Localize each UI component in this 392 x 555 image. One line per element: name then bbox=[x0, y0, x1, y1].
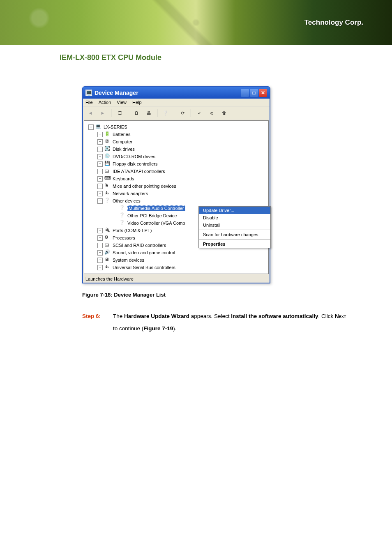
ctx-properties[interactable]: Properties bbox=[199, 240, 270, 248]
expand-icon[interactable]: + bbox=[97, 235, 103, 241]
tree-item[interactable]: +⌨Keyboards bbox=[97, 175, 267, 182]
view-icon[interactable]: 🖵 bbox=[115, 108, 125, 118]
expand-icon[interactable]: + bbox=[97, 161, 103, 167]
tree-root-label: LX-SERIES bbox=[104, 124, 127, 129]
tree-item-label: IDE ATA/ATAPI controllers bbox=[113, 169, 165, 174]
tree-item-label: Video Controller (VGA Comp bbox=[127, 221, 185, 226]
usb-icon: 🖧 bbox=[104, 264, 111, 271]
tree-item-label: Floppy disk controllers bbox=[113, 161, 157, 166]
expand-icon[interactable]: + bbox=[97, 184, 103, 189]
separator bbox=[191, 109, 191, 117]
tree-item[interactable]: +🖧Universal Serial Bus controllers bbox=[97, 264, 267, 271]
expand-icon[interactable]: + bbox=[97, 228, 103, 233]
expand-icon[interactable]: + bbox=[97, 265, 103, 270]
disable-icon[interactable]: ⦸ bbox=[207, 108, 217, 118]
tree-item-other-devices[interactable]: −❔Other devices bbox=[97, 197, 267, 205]
step-instruction: Step 6: The Hardware Update Wizard appea… bbox=[82, 310, 349, 334]
step-label: Step 6: bbox=[82, 310, 113, 334]
expand-icon[interactable]: + bbox=[97, 258, 103, 263]
tree-item[interactable]: +💾Floppy disk controllers bbox=[97, 160, 267, 168]
expand-icon[interactable]: + bbox=[97, 139, 103, 145]
step-text: The Hardware Update Wizard appears. Sele… bbox=[113, 310, 349, 334]
back-icon[interactable]: ◄ bbox=[85, 108, 95, 118]
print-icon[interactable]: 🖶 bbox=[144, 108, 154, 118]
text: to continue ( bbox=[113, 325, 143, 332]
mouse-icon: 🖱 bbox=[104, 183, 111, 189]
tree-item-label: Batteries bbox=[113, 132, 130, 137]
expand-icon[interactable]: + bbox=[97, 169, 103, 174]
device-manager-window: 💻 Device Manager _ □ ✕ File Action View … bbox=[82, 86, 270, 283]
scan-icon[interactable]: ⟳ bbox=[178, 108, 187, 118]
brand-label: Technology Corp. bbox=[304, 18, 363, 27]
separator bbox=[199, 230, 270, 230]
tree-item[interactable]: +🖥Computer bbox=[97, 138, 267, 145]
tree-item[interactable]: +💿DVD/CD-ROM drives bbox=[97, 153, 267, 160]
tree-item[interactable]: +🔋Batteries bbox=[97, 131, 267, 138]
menu-file[interactable]: File bbox=[85, 100, 93, 105]
tree-item[interactable]: +🖴IDE ATA/ATAPI controllers bbox=[97, 168, 267, 175]
uninstall-icon[interactable]: 🗑 bbox=[219, 108, 229, 118]
expand-icon[interactable]: + bbox=[97, 147, 103, 152]
ide-icon: 🖴 bbox=[104, 168, 111, 175]
text-bold: Hardware Update Wizard bbox=[124, 313, 189, 319]
tree-item-label: Computer bbox=[113, 139, 132, 144]
separator bbox=[199, 239, 270, 240]
expand-icon[interactable]: + bbox=[97, 243, 103, 248]
statusbar: Launches the Hardware bbox=[83, 275, 270, 283]
cd-icon: 💿 bbox=[104, 153, 111, 160]
forward-icon[interactable]: ► bbox=[98, 108, 108, 118]
tree-item[interactable]: +🔊Sound, video and game control bbox=[97, 249, 267, 256]
menu-view[interactable]: View bbox=[117, 100, 127, 105]
battery-icon: 🔋 bbox=[104, 131, 111, 138]
maximize-button[interactable]: □ bbox=[250, 89, 258, 97]
minimize-button[interactable]: _ bbox=[241, 89, 249, 97]
network-icon: 🖧 bbox=[104, 190, 111, 197]
tree-item[interactable]: +🖥System devices bbox=[97, 256, 267, 264]
collapse-icon[interactable]: − bbox=[88, 124, 94, 130]
tree-item-label: System devices bbox=[113, 258, 144, 263]
enable-icon[interactable]: ✓ bbox=[194, 108, 204, 118]
ctx-scan[interactable]: Scan for hardware changes bbox=[199, 231, 270, 238]
separator bbox=[174, 109, 174, 117]
ctx-update-driver[interactable]: Update Driver... bbox=[199, 207, 270, 214]
sound-icon: 🔊 bbox=[104, 249, 111, 256]
warning-icon: ❔ bbox=[119, 212, 126, 219]
tree-item[interactable]: +🖧Network adapters bbox=[97, 190, 267, 197]
expand-icon[interactable]: + bbox=[97, 154, 103, 159]
disk-icon: 💽 bbox=[104, 146, 111, 152]
keyboard-icon: ⌨ bbox=[104, 175, 111, 182]
context-menu: Update Driver... Disable Uninstall Scan … bbox=[198, 206, 271, 248]
expand-icon[interactable]: + bbox=[97, 191, 103, 196]
computer-icon: 💻 bbox=[95, 124, 102, 130]
separator bbox=[128, 109, 128, 117]
tree-item-label: Multimedia Audio Controller bbox=[127, 205, 185, 211]
text-bold: Install the software automatically bbox=[231, 313, 318, 319]
computer-icon: 💻 bbox=[85, 90, 92, 96]
menu-help[interactable]: Help bbox=[132, 100, 142, 105]
help-icon[interactable]: ❔ bbox=[161, 108, 171, 118]
text-bold: Figure 7-19 bbox=[143, 325, 173, 332]
warning-icon: ❔ bbox=[119, 220, 126, 226]
collapse-icon[interactable]: − bbox=[97, 198, 103, 204]
menubar: File Action View Help bbox=[83, 99, 270, 106]
floppy-icon: 💾 bbox=[104, 161, 111, 167]
tree-item[interactable]: +💽Disk drives bbox=[97, 145, 267, 153]
tree-root[interactable]: − 💻 LX-SERIES bbox=[88, 123, 267, 131]
tree-item-label: Keyboards bbox=[113, 176, 134, 181]
expand-icon[interactable]: + bbox=[97, 250, 103, 256]
tree-item[interactable]: +🖱Mice and other pointing devices bbox=[97, 182, 267, 190]
properties-icon[interactable]: 🗒 bbox=[131, 108, 141, 118]
window-title: Device Manager bbox=[95, 90, 138, 96]
window-titlebar[interactable]: 💻 Device Manager _ □ ✕ bbox=[83, 87, 270, 99]
expand-icon[interactable]: + bbox=[97, 132, 103, 137]
tree-item-label: Other PCI Bridge Device bbox=[127, 213, 177, 218]
text: The bbox=[113, 313, 124, 319]
close-button[interactable]: ✕ bbox=[259, 89, 267, 97]
tree-item-label: Sound, video and game control bbox=[113, 250, 175, 255]
ctx-disable[interactable]: Disable bbox=[199, 214, 270, 221]
menu-action[interactable]: Action bbox=[99, 100, 111, 105]
ctx-uninstall[interactable]: Uninstall bbox=[199, 221, 270, 229]
tree-item-label: Network adapters bbox=[113, 191, 148, 196]
expand-icon[interactable]: + bbox=[97, 176, 103, 182]
warning-icon: ❔ bbox=[104, 198, 111, 204]
